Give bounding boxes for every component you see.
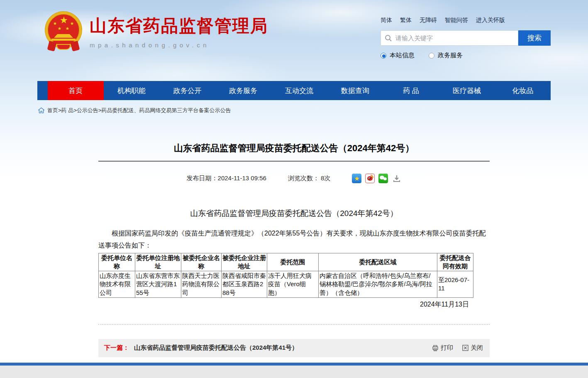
nav-item-interaction[interactable]: 互动交流	[271, 81, 327, 100]
weibo-share-icon[interactable]	[365, 174, 375, 183]
radio-unselected-icon	[429, 53, 434, 59]
main-navigation: 首页 机构职能 政务公开 政务服务 互动交流 数据查询 药 品 医疗器械 化妆品	[37, 81, 551, 100]
title-divider	[98, 161, 490, 162]
site-url: mpa.shandong.gov.cn	[90, 42, 268, 49]
col-entrusted-address: 被委托企业注册地址	[222, 253, 267, 271]
next-article-label: 下一篇：	[104, 344, 129, 352]
nav-item-medical-devices[interactable]: 医疗器械	[439, 81, 495, 100]
link-accessibility[interactable]: 无障碍	[420, 17, 437, 24]
view-count: 浏览次数： 8次	[288, 174, 331, 182]
cell-region: 内蒙古自治区（呼和浩特/包头/乌兰察布/锡林格勒盟/巴彦淖尔/鄂尔多斯/乌海/阿…	[319, 271, 437, 298]
search-icon	[385, 34, 392, 42]
radio-site-info[interactable]: 本站信息	[381, 52, 415, 59]
search-button[interactable]: 搜索	[518, 30, 551, 46]
col-entrusted-company: 被委托企业名称	[181, 253, 222, 271]
nav-item-drugs[interactable]: 药 品	[383, 81, 439, 100]
download-icon[interactable]	[392, 174, 401, 183]
site-header: ★ ★ ★ ★ ★ 山东省药品监督管理局 mpa.shandong.gov.cn…	[0, 0, 588, 81]
print-button[interactable]: 打印	[432, 344, 453, 352]
radio-selected-icon	[381, 53, 386, 59]
body-title: 山东省药品监督管理局疫苗委托配送公告（2024年第42号）	[98, 208, 490, 219]
link-simplified[interactable]: 简体	[381, 17, 392, 24]
nav-item-gov-disclosure[interactable]: 政务公开	[159, 81, 215, 100]
col-entrusting-address: 委托单位注册地址	[135, 253, 181, 271]
search-input[interactable]	[395, 34, 514, 42]
nav-item-home[interactable]: 首页	[48, 81, 104, 100]
article-meta: 发布日期：2024-11-13 09:56 浏览次数： 8次 ★	[98, 174, 490, 183]
link-smart-qa[interactable]: 智能问答	[445, 17, 468, 24]
nav-item-data-query[interactable]: 数据查询	[327, 81, 383, 100]
cell-scope: 冻干人用狂犬病疫苗（Vero细胞）	[267, 271, 319, 298]
close-button[interactable]: 关闭	[462, 344, 483, 352]
national-emblem-icon: ★ ★ ★ ★ ★	[44, 11, 83, 52]
page-title: 山东省药品监督管理局疫苗委托配送公告（2024年第42号）	[98, 122, 490, 155]
site-logo[interactable]: ★ ★ ★ ★ ★ 山东省药品监督管理局 mpa.shandong.gov.cn	[44, 11, 268, 52]
content-divider	[98, 324, 490, 325]
publish-date: 发布日期：2024-11-13 09:56	[187, 174, 266, 182]
page: ★ ★ ★ ★ ★ 山东省药品监督管理局 mpa.shandong.gov.cn…	[0, 0, 588, 378]
col-entrusting-unit: 委托单位名称	[99, 253, 135, 271]
nav-item-functions[interactable]: 机构职能	[104, 81, 160, 100]
home-icon	[38, 108, 44, 113]
body-paragraph: 根据国家药监局印发的《疫苗生产流通管理规定》（2022年第55号公告）有关要求，…	[98, 228, 490, 252]
cell-entrusted-address: 陕西省咸阳市秦都区玉泉西路288号	[222, 271, 267, 298]
table-row: 山东亦度生物技术有限公司 山东省东营市东营区大渡河路155号 陕西天士力医药物流…	[99, 271, 473, 298]
col-contract-validity: 委托配送合同有效期	[437, 253, 473, 271]
footer-blue-strip	[0, 363, 588, 366]
wechat-share-icon[interactable]	[378, 174, 388, 183]
search-scope-radios: 本站信息 政务服务	[381, 52, 551, 59]
footer-area	[0, 366, 588, 378]
nav-item-gov-services[interactable]: 政务服务	[215, 81, 271, 100]
link-care-version[interactable]: 进入关怀版	[476, 17, 505, 24]
header-utilities: 简体 繁体 无障碍 智能问答 进入关怀版 搜索 本站信息	[381, 17, 551, 59]
top-utility-links: 简体 繁体 无障碍 智能问答 进入关怀版	[381, 17, 551, 24]
search-bar: 搜索	[381, 30, 551, 46]
document-date: 2024年11月13日	[98, 300, 473, 309]
close-icon	[462, 345, 468, 351]
link-traditional[interactable]: 繁体	[400, 17, 412, 24]
article-content: 山东省药品监督管理局疫苗委托配送公告（2024年第42号） 发布日期：2024-…	[98, 122, 490, 357]
printer-icon	[432, 345, 439, 351]
breadcrumb-path[interactable]: 首页>药 品>公示公告>药品委托配送、药品网络交易第三方平台备案公示公告	[47, 107, 231, 114]
qzone-share-icon[interactable]: ★	[352, 174, 361, 183]
radio-gov-services[interactable]: 政务服务	[429, 52, 463, 59]
vaccine-distribution-table: 委托单位名称 委托单位注册地址 被委托企业名称 被委托企业注册地址 委托范围 委…	[98, 253, 473, 298]
breadcrumb: 首页>药 品>公示公告>药品委托配送、药品网络交易第三方平台备案公示公告	[38, 107, 231, 114]
nav-item-cosmetics[interactable]: 化妆品	[495, 81, 551, 100]
cell-entrusting-address: 山东省东营市东营区大渡河路155号	[135, 271, 181, 298]
site-title: 山东省药品监督管理局	[90, 15, 268, 37]
cell-entrusting-unit: 山东亦度生物技术有限公司	[99, 271, 135, 298]
cell-contract-validity: 至2026-07-11	[437, 271, 473, 298]
next-article-link[interactable]: 山东省药品监督管理局疫苗委托配送公告（2024年第41号）	[134, 344, 298, 352]
cell-entrusted-company: 陕西天士力医药物流有限公司	[181, 271, 222, 298]
table-header-row: 委托单位名称 委托单位注册地址 被委托企业名称 被委托企业注册地址 委托范围 委…	[99, 253, 473, 271]
col-region: 委托配送区域	[319, 253, 437, 271]
share-icons: ★	[352, 174, 401, 183]
article-footer-bar: 下一篇： 山东省药品监督管理局疫苗委托配送公告（2024年第41号） 打印 关闭	[98, 339, 490, 357]
col-scope: 委托范围	[267, 253, 319, 271]
